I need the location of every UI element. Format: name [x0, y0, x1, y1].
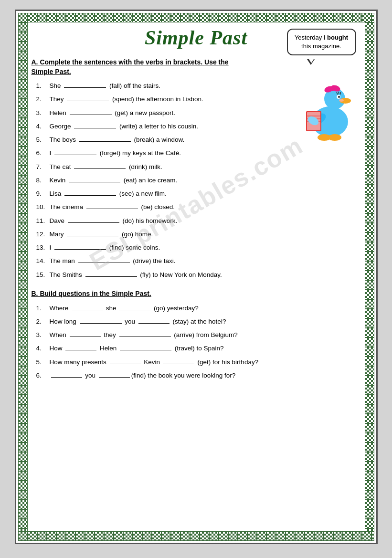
- answer-blank[interactable]: [80, 317, 122, 324]
- answer-blank[interactable]: [64, 81, 106, 88]
- svg-line-9: [339, 92, 339, 94]
- exercise-text: you (find) the book you were looking for…: [50, 371, 342, 380]
- section-b-label: B. Build questions in the Simple Past.: [32, 290, 151, 297]
- section-a-label: A. Complete the sentences with the verbs…: [32, 58, 229, 66]
- exercise-text: How long you (stay) at the hotel?: [50, 317, 342, 326]
- answer-blank[interactable]: [74, 162, 126, 169]
- exercise-text: I (forget) my keys at the Café.: [50, 148, 181, 158]
- answer-blank[interactable]: [78, 256, 130, 263]
- border-bottom: [18, 531, 374, 541]
- answer-blank[interactable]: [54, 148, 96, 155]
- section-b: B. Build questions in the Simple Past. 1…: [32, 289, 351, 380]
- exercise-text: The cat (drink) milk.: [50, 162, 162, 172]
- svg-point-20: [339, 99, 344, 102]
- exercise-number: 6.: [36, 148, 50, 158]
- answer-blank[interactable]: [119, 304, 150, 310]
- speech-text: Yesterday I bought this magazine.: [295, 34, 348, 50]
- border-right: [365, 22, 374, 531]
- section-b-exercises: 1.Where she (go) yesterday?2.How long yo…: [36, 304, 342, 381]
- answer-blank[interactable]: [79, 135, 131, 142]
- section-a-item: 12.Mary (go) home.: [36, 230, 294, 239]
- exercise-number: 15.: [36, 270, 50, 280]
- exercise-number: 7.: [36, 162, 50, 172]
- answer-blank[interactable]: [68, 216, 119, 223]
- answer-blank[interactable]: [70, 108, 112, 115]
- exercise-text: She (fall) off the stairs.: [50, 81, 161, 91]
- exercise-number: 4.: [36, 344, 50, 353]
- answer-blank[interactable]: [120, 344, 171, 350]
- answer-blank[interactable]: [110, 358, 141, 364]
- exercise-number: 1.: [36, 81, 50, 91]
- worksheet-page: // Will be rendered by JS below Yesterda…: [15, 10, 378, 544]
- answer-blank[interactable]: [51, 371, 82, 378]
- section-a-item: 14.The man (drive) the taxi.: [36, 256, 294, 266]
- exercise-text: How many presents Kevin (get) for his bi…: [50, 358, 342, 367]
- exercise-text: Mary (go) home.: [50, 230, 153, 239]
- answer-blank[interactable]: [74, 122, 116, 128]
- exercise-number: 9.: [36, 189, 50, 199]
- answer-blank[interactable]: [138, 317, 170, 324]
- exercise-text: When they (arrive) from Belgium?: [50, 330, 342, 340]
- border-top: // Will be rendered by JS below: [18, 13, 374, 22]
- section-b-item: 4.How Helen (travel) to Spain?: [36, 344, 342, 353]
- section-a-instruction: Simple Past.: [32, 68, 71, 75]
- section-b-item: 2.How long you (stay) at the hotel?: [36, 317, 342, 326]
- answer-blank[interactable]: [67, 230, 118, 236]
- exercise-number: 14.: [36, 256, 50, 266]
- section-b-title: B. Build questions in the Simple Past.: [32, 289, 351, 299]
- answer-blank[interactable]: [99, 371, 130, 378]
- answer-blank[interactable]: [54, 243, 106, 250]
- section-b-item: 3.When they (arrive) from Belgium?: [36, 330, 342, 340]
- answer-blank[interactable]: [69, 176, 120, 182]
- exercise-number: 5.: [36, 358, 50, 367]
- border-left: [18, 22, 28, 531]
- answer-blank[interactable]: [163, 358, 194, 364]
- exercise-text: They (spend) the afternoon in Lisbon.: [50, 95, 203, 104]
- exercise-number: 10.: [36, 202, 50, 212]
- exercise-number: 13.: [36, 243, 50, 253]
- section-a-item: 3.Helen (get) a new passport.: [36, 108, 294, 118]
- exercise-text: The Smiths (fly) to New York on Monday.: [50, 270, 222, 280]
- exercise-number: 11.: [36, 216, 50, 226]
- exercise-number: 4.: [36, 122, 50, 131]
- answer-blank[interactable]: [119, 330, 171, 337]
- exercise-number: 2.: [36, 95, 50, 104]
- exercise-number: 6.: [36, 371, 50, 380]
- duck-illustration: [301, 64, 363, 150]
- section-b-item: 6. you (find) the book you were looking …: [36, 371, 342, 380]
- svg-point-4: [330, 86, 335, 91]
- exercise-text: How Helen (travel) to Spain?: [50, 344, 342, 353]
- svg-point-6: [338, 96, 340, 98]
- exercise-number: 2.: [36, 317, 50, 326]
- answer-blank[interactable]: [86, 202, 138, 209]
- section-a-item: 10.The cinema (be) closed.: [36, 202, 294, 212]
- svg-point-18: [328, 134, 341, 141]
- section-a-exercises: 1.She (fall) off the stairs.2.They (spen…: [36, 81, 294, 280]
- section-a-item: 15.The Smiths (fly) to New York on Monda…: [36, 270, 294, 280]
- section-a-item: 9.Lisa (see) a new film.: [36, 189, 294, 199]
- exercise-text: The man (drive) the taxi.: [50, 256, 176, 266]
- answer-blank[interactable]: [67, 95, 109, 101]
- exercise-number: 3.: [36, 330, 50, 340]
- section-b-item: 1.Where she (go) yesterday?: [36, 304, 342, 313]
- exercise-text: The boys (break) a window.: [50, 135, 185, 145]
- exercise-number: 1.: [36, 304, 50, 313]
- exercise-text: I (find) some coins.: [50, 243, 160, 253]
- exercise-number: 8.: [36, 176, 50, 185]
- exercise-text: The cinema (be) closed.: [50, 202, 175, 212]
- exercise-text: George (write) a letter to his cousin.: [50, 122, 199, 131]
- answer-blank[interactable]: [64, 189, 116, 196]
- section-a-item: 4.George (write) a letter to his cousin.: [36, 122, 294, 131]
- answer-blank[interactable]: [65, 344, 96, 350]
- section-a-item: 6.I (forget) my keys at the Café.: [36, 148, 294, 158]
- section-a-item: 7.The cat (drink) milk.: [36, 162, 294, 172]
- exercise-text: Helen (get) a new passport.: [50, 108, 176, 118]
- exercise-text: Dave (do) his homework.: [50, 216, 178, 226]
- section-a-item: 8.Kevin (eat) an ice cream.: [36, 176, 294, 185]
- section-a-item: 2.They (spend) the afternoon in Lisbon.: [36, 95, 294, 104]
- answer-blank[interactable]: [70, 330, 101, 337]
- exercise-number: 12.: [36, 230, 50, 239]
- exercise-text: Where she (go) yesterday?: [50, 304, 342, 313]
- answer-blank[interactable]: [85, 270, 137, 277]
- answer-blank[interactable]: [72, 304, 103, 310]
